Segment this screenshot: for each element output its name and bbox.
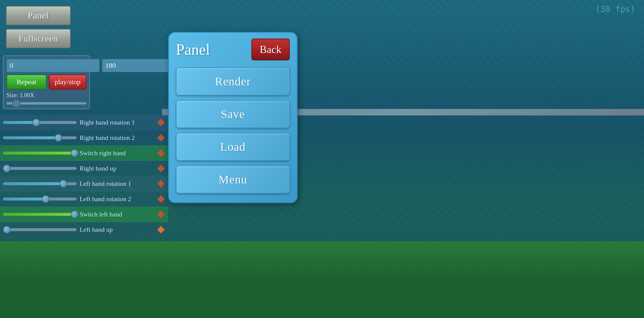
slider-label: Left hand up (80, 226, 113, 233)
slider-fill (3, 198, 46, 201)
slider-track[interactable] (3, 213, 77, 216)
size-label: Size: 1.00X (6, 92, 86, 99)
ground (0, 241, 644, 318)
panel-popup-title: Panel (176, 41, 210, 58)
slider-row: Right hand rotation 1 (0, 115, 168, 130)
size-slider[interactable] (6, 102, 86, 105)
slider-row: Right hand rotation 2 (0, 130, 168, 145)
fullscreen-button[interactable]: Fullscreen (6, 29, 71, 48)
sidebar-sliders: Right hand rotation 1 Right hand rotatio… (0, 115, 168, 237)
back-button[interactable]: Back (251, 39, 290, 60)
slider-fill (3, 121, 36, 124)
diamond-icon (157, 165, 164, 172)
slider-thumb (71, 149, 78, 157)
slider-thumb (55, 134, 62, 142)
slider-label: Left hand rotation 1 (80, 180, 131, 188)
slider-thumb (42, 195, 50, 203)
slider-row: Right hand up (0, 161, 168, 176)
diamond-icon (157, 211, 164, 218)
slider-thumb (60, 180, 67, 188)
diamond-icon (157, 195, 164, 203)
slider-track[interactable] (3, 182, 77, 185)
frame-start-input[interactable] (6, 59, 100, 72)
slider-row: Left hand rotation 1 (0, 176, 168, 191)
slider-label: Left hand rotation 2 (80, 195, 131, 203)
slider-row: Left hand up (0, 222, 168, 237)
diamond-icon (157, 180, 164, 187)
slider-fill (3, 136, 58, 139)
slider-track[interactable] (3, 167, 77, 170)
diamond-icon (157, 119, 164, 126)
slider-fill (3, 152, 75, 155)
fps-counter: (30 fps) (595, 4, 635, 14)
render-button[interactable]: Render (176, 67, 290, 95)
diamond-icon (157, 226, 164, 233)
slider-thumb (32, 119, 40, 126)
diamond-icon (157, 149, 164, 157)
controls-box: Repeat play/stop Size: 1.00X (3, 55, 90, 109)
slider-label: Right hand rotation 1 (80, 119, 135, 126)
slider-track[interactable] (3, 228, 77, 231)
diamond-icon (157, 134, 164, 141)
load-button[interactable]: Load (176, 133, 290, 161)
slider-label: Switch right hand (80, 149, 126, 157)
top-left-controls: Panel Fullscreen (6, 6, 71, 48)
slider-thumb (3, 226, 11, 233)
save-button[interactable]: Save (176, 100, 290, 128)
slider-track[interactable] (3, 198, 77, 201)
panel-popup: Panel Back Render Save Load Menu (168, 32, 298, 203)
slider-track[interactable] (3, 136, 77, 139)
menu-button[interactable]: Menu (176, 165, 290, 193)
panel-header: Panel Back (176, 39, 290, 60)
slider-track[interactable] (3, 121, 77, 124)
slider-row: Left hand rotation 2 (0, 191, 168, 207)
slider-fill (3, 213, 75, 216)
slider-label: Switch left hand (80, 211, 122, 218)
slider-label: Right hand rotation 2 (80, 134, 135, 142)
repeat-button[interactable]: Repeat (6, 74, 47, 90)
slider-thumb (3, 165, 11, 172)
panel-button[interactable]: Panel (6, 6, 71, 25)
slider-fill (3, 182, 63, 185)
slider-track[interactable] (3, 152, 77, 155)
playstop-button[interactable]: play/stop (49, 74, 87, 90)
slider-thumb (71, 211, 78, 218)
slider-label: Right hand up (80, 165, 116, 172)
slider-row: Switch right hand (0, 145, 168, 161)
slider-row: Switch left hand (0, 207, 168, 222)
